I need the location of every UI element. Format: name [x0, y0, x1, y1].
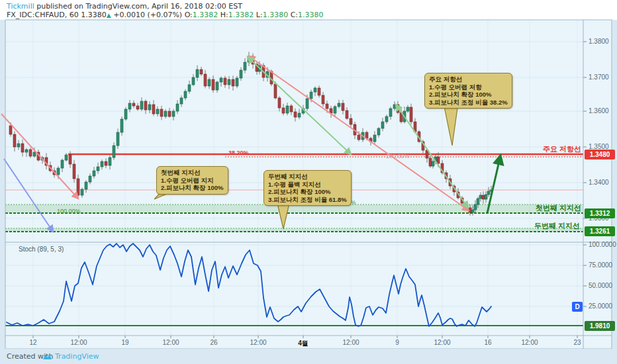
- support1-price-badge: 1.3312: [585, 208, 615, 218]
- candle: [385, 116, 388, 122]
- candle: [136, 106, 139, 109]
- candle: [432, 161, 434, 166]
- support2-callout-line: 2.피보나치 확장 100%: [268, 188, 347, 196]
- candle: [33, 152, 36, 156]
- support2-price-badge: 1.3261: [585, 226, 615, 236]
- candle: [85, 182, 87, 189]
- candle: [25, 150, 28, 152]
- candle: [377, 128, 380, 135]
- candle: [17, 144, 20, 147]
- candle: [346, 111, 348, 118]
- resistance-callout[interactable]: 주요 저항선 1.수평 오버랩 저항 2.피보나치 확장 100% 3.피보나치…: [424, 73, 512, 109]
- candle: [232, 79, 234, 86]
- candle: [479, 195, 482, 199]
- support2-level-label: 두번째 지지선: [524, 221, 580, 231]
- candle: [326, 104, 328, 109]
- candle: [437, 157, 440, 163]
- support1-level-label: 첫번째 지지선: [526, 203, 581, 213]
- resistance-callout-line: 3.피보나치 조정 비율 38.2%: [429, 99, 508, 107]
- tradingview-published-chart: Tickmill published on TradingView.com, A…: [0, 0, 617, 364]
- candle: [294, 112, 297, 117]
- candle: [61, 160, 64, 168]
- support2-callout[interactable]: 두번째 지지선 1.수평 풀백 지지선 2.피보나치 확장 100% 3.피보나…: [263, 170, 352, 206]
- candle: [389, 109, 392, 116]
- candle: [212, 79, 214, 90]
- candle: [132, 103, 135, 106]
- candle: [278, 98, 281, 108]
- candle: [228, 79, 230, 85]
- candle: [97, 167, 99, 171]
- candle: [196, 69, 199, 77]
- candle: [244, 62, 246, 70]
- candle: [429, 158, 432, 166]
- candle: [216, 82, 218, 90]
- support1-callout-title: 첫번째 지지선: [161, 169, 224, 177]
- resistance-price-badge: 1.3480: [585, 150, 615, 159]
- candle: [101, 161, 103, 167]
- candle: [350, 118, 352, 124]
- candle: [73, 164, 75, 179]
- stoch-d-badge: D: [572, 302, 583, 312]
- candle: [65, 155, 68, 160]
- candle: [373, 135, 376, 142]
- candle: [477, 199, 479, 205]
- candle: [224, 78, 226, 85]
- candle: [365, 132, 368, 138]
- footer: Created with TradingView: [0, 349, 617, 364]
- candle: [140, 101, 143, 109]
- fib-382-label: 38.20%: [228, 150, 249, 156]
- candle: [57, 168, 60, 175]
- candle: [21, 144, 24, 152]
- candle: [77, 179, 79, 195]
- candle: [188, 85, 191, 91]
- candle: [306, 99, 308, 109]
- candle: [109, 158, 111, 165]
- candle: [310, 92, 312, 99]
- candle: [124, 109, 127, 119]
- candle: [290, 106, 293, 112]
- candle: [117, 132, 119, 146]
- candle: [29, 150, 32, 156]
- candle: [282, 108, 285, 113]
- candle: [482, 195, 485, 199]
- candle: [81, 189, 83, 195]
- candle: [148, 105, 151, 110]
- candle: [89, 176, 91, 182]
- stoch-level-badge: 1.9810: [585, 321, 615, 331]
- candle: [208, 79, 211, 86]
- resistance-level-label: 주요 저항선: [523, 144, 581, 154]
- stoch-indicator-label[interactable]: Stoch (89, 5, 3): [19, 246, 64, 253]
- candle: [393, 105, 396, 109]
- support-zone-2: [5, 228, 583, 232]
- tradingview-logo-icon[interactable]: [42, 352, 52, 361]
- candle: [487, 191, 490, 195]
- candle: [314, 88, 316, 92]
- candle: [338, 103, 340, 107]
- support2-callout-line: 3.피보나치 조정 비율 61.8%: [268, 196, 347, 204]
- tradingview-link[interactable]: TradingView: [55, 352, 99, 361]
- candle: [13, 134, 16, 147]
- candle: [180, 98, 183, 104]
- candle: [176, 104, 179, 111]
- candle: [160, 109, 163, 116]
- support2-callout-line: 1.수평 풀백 지지선: [268, 181, 347, 189]
- candle: [156, 109, 159, 114]
- candle: [406, 107, 409, 111]
- candle: [144, 101, 147, 110]
- candle: [471, 210, 474, 212]
- candle: [318, 88, 320, 95]
- support1-callout[interactable]: 첫번째 지지선 1.수평 오버랩 지지 2.피보나치 확장 100%: [156, 166, 228, 195]
- candle: [192, 77, 195, 85]
- candle: [105, 161, 107, 165]
- candle: [469, 208, 471, 212]
- candle: [274, 84, 277, 98]
- candle: [152, 105, 155, 114]
- support1-callout-line: 1.수평 오버랩 지지: [161, 177, 224, 185]
- candle: [342, 103, 344, 111]
- candle: [286, 106, 289, 113]
- resistance-callout-line: 1.수평 오버랩 저항: [429, 83, 508, 91]
- candle: [69, 155, 71, 164]
- candle: [485, 195, 487, 199]
- candle: [357, 135, 360, 140]
- candle: [128, 103, 131, 109]
